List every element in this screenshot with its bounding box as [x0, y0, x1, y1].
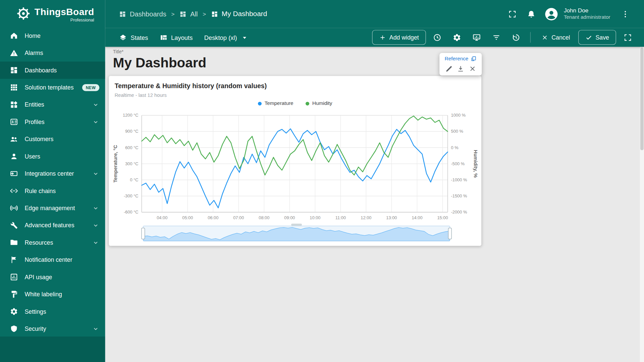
layouts-button[interactable]: Layouts [160, 34, 193, 41]
svg-text:12:00: 12:00 [361, 215, 371, 220]
plus-icon [379, 34, 386, 41]
notifications-button[interactable] [523, 6, 540, 22]
sidebar-item-api-usage[interactable]: API usage [0, 268, 105, 286]
states-label: States [130, 34, 148, 41]
sidebar-item-label: Customers [24, 136, 53, 142]
input-icon [10, 170, 18, 178]
legend-label: Temperature [265, 101, 293, 106]
people-icon [10, 135, 18, 143]
layout-selected-value: Desktop (xl) [204, 34, 237, 41]
filters-button[interactable] [488, 29, 505, 46]
svg-text:1000 %: 1000 % [451, 113, 466, 118]
badge-icon [10, 118, 18, 126]
sidebar-item-notification-center[interactable]: Notification center [0, 251, 105, 268]
sidebar-item-advanced-features[interactable]: Advanced features [0, 217, 105, 234]
sidebar-item-label: Solution templates [24, 84, 73, 91]
export-widget-button[interactable] [456, 64, 465, 73]
scrollbar-thumb[interactable] [640, 48, 644, 150]
legend-label: Humidity [312, 101, 332, 106]
sidebar-item-alarms[interactable]: Alarms [0, 44, 105, 61]
sidebar: ThingsBoard Professional Home Alarms Das… [0, 0, 105, 362]
svg-text:-1500 %: -1500 % [451, 193, 467, 198]
sidebar-item-label: Advanced features [24, 222, 74, 229]
brush-preview-chart [143, 226, 449, 243]
brush-right-handle[interactable] [448, 228, 452, 239]
add-widget-button[interactable]: Add widget [372, 30, 426, 45]
gear-icon [10, 307, 18, 315]
dashboards-grid-icon [10, 66, 18, 74]
sidebar-item-integrations-center[interactable]: Integrations center [0, 165, 105, 182]
more-menu-button[interactable] [617, 6, 633, 22]
person-icon [10, 152, 18, 160]
sidebar-item-label: Edge management [24, 205, 75, 212]
legend-item-temperature[interactable]: Temperature [258, 101, 293, 106]
avatar[interactable] [544, 7, 558, 20]
toolbar-divider [530, 32, 531, 43]
save-button[interactable]: Save [578, 30, 616, 45]
sidebar-item-customers[interactable]: Customers [0, 130, 105, 147]
entity-aliases-button[interactable] [469, 29, 485, 46]
scrollbar[interactable] [640, 47, 644, 362]
layouts-label: Layouts [171, 34, 193, 41]
brush-drag-handle[interactable] [291, 224, 302, 226]
sidebar-item-edge-management[interactable]: Edge management [0, 199, 105, 217]
chart-box-icon [10, 273, 18, 281]
sidebar-item-security[interactable]: Security [0, 320, 105, 337]
svg-text:04:00: 04:00 [157, 215, 167, 220]
svg-text:11:00: 11:00 [335, 215, 346, 220]
widget-action-buttons [443, 62, 479, 74]
edit-widget-button[interactable] [444, 64, 453, 73]
sidebar-item-settings[interactable]: Settings [0, 303, 105, 320]
sidebar-item-profiles[interactable]: Profiles [0, 113, 105, 130]
sidebar-item-label: Alarms [24, 50, 43, 56]
download-icon [457, 65, 465, 72]
view-columns-icon [160, 34, 167, 41]
breadcrumb-dashboards[interactable]: Dashboards [119, 10, 166, 18]
thingsboard-logo[interactable]: ThingsBoard Professional [0, 0, 105, 27]
close-icon [541, 34, 548, 41]
user-info: John Doe Tenant administrator [564, 7, 610, 21]
svg-text:0 °C: 0 °C [130, 177, 139, 182]
cancel-button[interactable]: Cancel [536, 30, 575, 45]
time-window-button[interactable] [429, 29, 445, 46]
shield-icon [10, 325, 18, 333]
sidebar-item-users[interactable]: Users [0, 148, 105, 165]
sidebar-item-home[interactable]: Home [0, 27, 105, 44]
svg-text:-600 °C: -600 °C [124, 209, 139, 215]
svg-text:10:00: 10:00 [310, 215, 320, 220]
chevron-down-icon [92, 170, 99, 177]
temperature-series-dot [258, 102, 262, 105]
sidebar-item-label: Resources [24, 239, 53, 246]
remove-widget-button[interactable] [468, 64, 477, 73]
sidebar-item-dashboards[interactable]: Dashboards [0, 62, 105, 79]
layers-icon [119, 34, 127, 41]
apps-grid-icon [10, 83, 18, 92]
states-button[interactable]: States [119, 34, 148, 41]
sidebar-item-rule-chains[interactable]: Rule chains [0, 182, 105, 199]
timeseries-widget[interactable]: Temperature & Humidity history (random v… [109, 76, 481, 246]
layout-select[interactable]: Desktop (xl) [204, 34, 249, 41]
toolbar-fullscreen-button[interactable] [620, 29, 636, 46]
line-chart[interactable]: 1200 °C1000 %900 °C500 %600 °C0 %300 °C-… [109, 111, 481, 221]
version-history-button[interactable] [508, 29, 524, 46]
sidebar-item-white-labeling[interactable]: White labeling [0, 286, 105, 303]
dashboard-title-field: Title* [113, 49, 368, 71]
legend-item-humidity[interactable]: Humidity [306, 101, 332, 106]
svg-text:05:00: 05:00 [182, 215, 193, 220]
svg-text:Temperature, °C: Temperature, °C [113, 145, 118, 183]
svg-text:500 %: 500 % [451, 129, 463, 134]
sidebar-item-label: Notification center [24, 256, 72, 263]
dashboard-settings-button[interactable] [449, 29, 465, 46]
display-chart-icon [473, 33, 481, 42]
breadcrumb-all[interactable]: All [179, 10, 198, 18]
time-range-brush[interactable] [143, 226, 450, 241]
widget-reference-button[interactable]: Reference [443, 56, 479, 62]
brush-left-handle[interactable] [141, 228, 145, 239]
dashboard-title-input[interactable] [113, 54, 368, 71]
sidebar-item-entities[interactable]: Entities [0, 96, 105, 113]
sidebar-item-solution-templates[interactable]: Solution templates NEW [0, 79, 105, 96]
title-field-label: Title* [113, 49, 368, 54]
sidebar-item-resources[interactable]: Resources [0, 234, 105, 251]
fullscreen-button[interactable] [504, 6, 521, 22]
breadcrumb-my-dashboard[interactable]: My Dashboard [211, 10, 267, 18]
